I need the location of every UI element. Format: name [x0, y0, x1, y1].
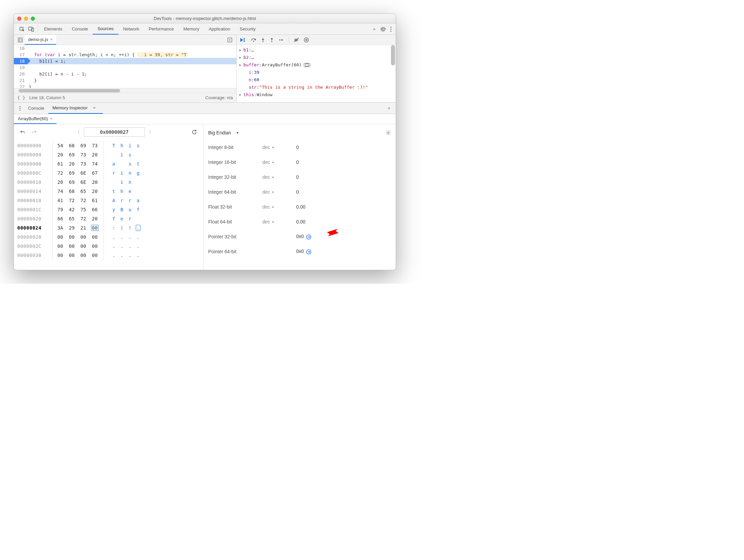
ascii-char[interactable]: e — [128, 187, 132, 196]
more-tabs-icon[interactable] — [225, 38, 234, 42]
scope-variables[interactable]: ▶b1: … ▶b2: … ▶buffer: ArrayBuffer(60) i… — [237, 45, 396, 102]
hex-byte[interactable]: 68 — [68, 141, 76, 150]
hex-row[interactable]: 0000002800000000.... — [17, 233, 200, 242]
ascii-char[interactable]: y — [111, 205, 116, 214]
ascii-char[interactable]: . — [128, 233, 132, 242]
ascii-char[interactable]: n — [128, 178, 132, 187]
hex-byte[interactable]: 69 — [68, 178, 76, 187]
hex-byte[interactable]: 74 — [91, 159, 99, 169]
hex-byte[interactable]: 73 — [79, 159, 87, 169]
hex-byte[interactable]: 74 — [56, 187, 64, 196]
hex-byte[interactable]: 29 — [68, 223, 76, 233]
hex-byte[interactable]: 6E — [79, 178, 87, 187]
drawer-tab-console[interactable]: Console — [24, 103, 48, 114]
ascii-char[interactable] — [111, 150, 116, 159]
ascii-char[interactable]: f — [111, 214, 116, 223]
hex-row[interactable]: 0000003000000000.... — [17, 251, 200, 260]
hex-row[interactable]: 0000000420697320 is — [17, 150, 200, 159]
hex-byte[interactable]: 20 — [91, 150, 99, 159]
ascii-char[interactable]: r — [111, 169, 116, 178]
hex-row[interactable]: 0000001C79427566yBuf — [17, 205, 200, 214]
hex-byte[interactable]: 69 — [68, 169, 76, 178]
resume-icon[interactable] — [240, 38, 246, 42]
hex-byte[interactable]: 69 — [68, 150, 76, 159]
ascii-char[interactable]: h — [119, 187, 124, 196]
hex-byte[interactable]: 41 — [56, 196, 64, 205]
hex-byte[interactable]: 3A — [56, 223, 64, 233]
close-tab-icon[interactable]: × — [50, 37, 53, 42]
value-format-select[interactable]: dec — [262, 219, 270, 224]
dropdown-caret-icon[interactable]: ▼ — [236, 131, 239, 135]
ascii-char[interactable]: t — [111, 187, 116, 196]
kebab-menu-icon[interactable] — [390, 26, 392, 32]
hex-byte[interactable]: 72 — [79, 214, 87, 223]
value-format-select[interactable]: dec — [262, 145, 270, 150]
ascii-char[interactable] — [136, 187, 140, 196]
address-input[interactable] — [84, 127, 145, 137]
hex-byte[interactable]: 00 — [91, 233, 99, 242]
hex-byte[interactable]: 00 — [56, 233, 64, 242]
pause-exceptions-icon[interactable] — [304, 38, 309, 42]
settings-gear-icon[interactable] — [380, 26, 386, 32]
hex-byte[interactable]: 00 — [68, 251, 76, 260]
hex-byte[interactable]: 72 — [56, 169, 64, 178]
hex-byte[interactable]: 73 — [91, 141, 99, 150]
hex-byte[interactable]: 00 — [79, 242, 87, 251]
step-out-icon[interactable] — [270, 38, 274, 42]
close-drawer-tab-icon[interactable]: × — [90, 105, 99, 110]
hex-byte[interactable]: 00 — [91, 242, 99, 251]
ascii-char[interactable]: n — [128, 169, 132, 178]
ascii-char[interactable]: t — [136, 159, 140, 169]
code-editor[interactable]: 16171819202122 for (var i = str.length; … — [14, 45, 236, 88]
ascii-char[interactable]: . — [136, 251, 140, 260]
main-tab-performance[interactable]: Performance — [144, 23, 178, 35]
ascii-char[interactable] — [119, 159, 124, 169]
hex-byte[interactable]: 20 — [68, 159, 76, 169]
dropdown-caret-icon[interactable]: ▾ — [272, 220, 274, 224]
line-number[interactable]: 18 — [14, 58, 27, 64]
line-number[interactable]: 19 — [14, 64, 25, 71]
dropdown-caret-icon[interactable]: ▾ — [272, 190, 274, 194]
ascii-char[interactable] — [136, 214, 140, 223]
hex-row[interactable]: 0000001020696E20 in — [17, 178, 200, 187]
ascii-char[interactable]: . — [111, 242, 116, 251]
drawer-menu-icon[interactable] — [16, 106, 24, 111]
ascii-char[interactable]: . — [111, 233, 116, 242]
ascii-char[interactable]: ) — [119, 223, 124, 233]
main-tab-network[interactable]: Network — [118, 23, 144, 35]
hex-byte[interactable]: 00 — [91, 251, 99, 260]
hex-byte[interactable]: 72 — [79, 196, 87, 205]
hex-byte[interactable]: 6E — [79, 169, 87, 178]
value-settings-gear-icon[interactable] — [386, 130, 391, 135]
ascii-char[interactable]: . — [119, 242, 124, 251]
hex-byte[interactable]: 20 — [91, 187, 99, 196]
hex-byte[interactable]: 65 — [68, 214, 76, 223]
hex-byte[interactable]: 61 — [56, 159, 64, 169]
ascii-char[interactable]: . — [128, 251, 132, 260]
hex-byte[interactable]: 54 — [56, 141, 64, 150]
main-tab-memory[interactable]: Memory — [179, 23, 204, 35]
jump-to-address-icon[interactable] — [306, 234, 311, 240]
ascii-char[interactable]: f — [136, 205, 140, 214]
hex-row[interactable]: 0000000C72696E67ring — [17, 169, 200, 178]
hex-row[interactable]: 0000000861207374a st — [17, 159, 200, 169]
close-buffer-tab-icon[interactable]: × — [50, 116, 53, 121]
value-format-select[interactable]: dec — [262, 189, 270, 195]
dropdown-caret-icon[interactable]: ▾ — [272, 160, 274, 164]
ascii-char[interactable]: s — [128, 150, 132, 159]
ascii-char[interactable]: . — [136, 233, 140, 242]
line-number[interactable]: 20 — [14, 71, 25, 77]
ascii-char[interactable]: . — [128, 242, 132, 251]
main-tab-application[interactable]: Application — [204, 23, 235, 35]
hex-row[interactable]: 000000243A292100:)!. — [17, 223, 200, 233]
jump-to-address-icon[interactable] — [306, 249, 311, 255]
ascii-char[interactable]: s — [128, 159, 132, 169]
ascii-char[interactable]: i — [128, 141, 132, 150]
reveal-in-memory-icon[interactable] — [304, 63, 310, 67]
hex-byte[interactable]: 75 — [79, 205, 87, 214]
endianness-select[interactable]: Big Endian — [208, 130, 231, 135]
ascii-char[interactable]: u — [128, 205, 132, 214]
hex-byte[interactable]: 20 — [56, 150, 64, 159]
hex-byte[interactable]: 66 — [56, 214, 64, 223]
ascii-char[interactable] — [136, 178, 140, 187]
